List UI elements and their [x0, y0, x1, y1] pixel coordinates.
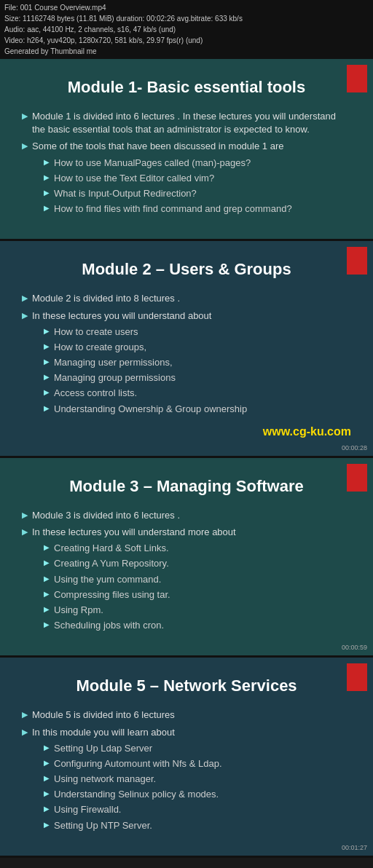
sub-bullet-text: Access control lists. [54, 387, 137, 400]
module-section-module1: Module 1- Basic essential tools▶Module 1… [0, 59, 373, 241]
sub-bullet-item: ▶How to find files with find command and… [44, 202, 292, 216]
info-line5: Generated by Thumbnail me [4, 46, 369, 57]
sub-bullet-arrow-icon: ▶ [44, 387, 50, 398]
bullet-arrow-icon: ▶ [22, 111, 28, 122]
sub-bullet-item: ▶Setting Up Ldap Server [44, 742, 222, 755]
bullet-item: ▶Module 5 is divided into 6 lectures [22, 709, 351, 722]
sub-bullet-text: How to create groups, [54, 341, 146, 354]
sub-bullet-text: Using the yum command. [54, 573, 161, 586]
sub-bullet-arrow-icon: ▶ [44, 372, 50, 382]
module-section-module5: 00:01:27Module 5 – Network Services▶Modu… [0, 658, 373, 858]
sub-bullet-arrow-icon: ▶ [44, 589, 50, 599]
bullet-item: ▶Module 1 is divided into 6 lectures . I… [22, 110, 351, 136]
sub-bullet-arrow-icon: ▶ [44, 403, 50, 414]
bullet-arrow-icon: ▶ [22, 727, 28, 738]
bullet-arrow-icon: ▶ [22, 510, 28, 521]
sub-bullet-item: ▶Configuring Automount with Nfs & Ldap. [44, 757, 222, 770]
timestamp-module5: 00:01:27 [342, 844, 367, 851]
sub-bullet-text: Setting Up NTP Server. [54, 819, 152, 832]
sub-bullet-item: ▶What is Input-Output Redirection? [44, 187, 292, 200]
bullet-item: ▶Some of the tools that have been discus… [22, 140, 351, 218]
sub-bullet-arrow-icon: ▶ [44, 188, 50, 198]
red-bookmark-module5 [347, 663, 367, 691]
sub-bullet-arrow-icon: ▶ [44, 357, 50, 367]
sub-bullet-text: Using Firewalld. [54, 803, 121, 816]
sub-bullet-arrow-icon: ▶ [44, 542, 50, 553]
bullet-item: ▶In this module you will learn about▶Set… [22, 726, 351, 835]
module-title-module3: Module 3 – Managing Software [22, 477, 351, 496]
sub-bullet-arrow-icon: ▶ [44, 558, 50, 568]
sub-bullet-arrow-icon: ▶ [44, 820, 50, 830]
timestamp-module3: 00:00:59 [342, 644, 367, 651]
sub-bullet-text: Using network manager. [54, 773, 156, 786]
sub-bullet-arrow-icon: ▶ [44, 758, 50, 768]
sub-bullet-text: Using Rpm. [54, 604, 103, 617]
sub-bullet-text: How to create users [54, 326, 138, 339]
sub-bullet-list: ▶Setting Up Ldap Server▶Configuring Auto… [44, 742, 222, 832]
sub-bullet-text: How to find files with find command and … [54, 202, 292, 216]
sub-bullet-item: ▶Creating Hard & Soft Links. [44, 542, 236, 555]
sub-bullet-arrow-icon: ▶ [44, 773, 50, 784]
bullet-list-module5: ▶Module 5 is divided into 6 lectures▶In … [22, 709, 351, 835]
timestamp-module2: 00:00:28 [342, 444, 367, 451]
module-title-module2: Module 2 – Users & Groups [22, 260, 351, 279]
sub-bullet-item: ▶Using Firewalld. [44, 803, 222, 816]
sub-bullet-item: ▶How to use the Text Editor called vim? [44, 172, 292, 185]
bullet-item: ▶Module 3 is divided into 6 lectures . [22, 509, 351, 522]
sub-bullet-arrow-icon: ▶ [44, 604, 50, 615]
sub-bullet-arrow-icon: ▶ [44, 804, 50, 814]
sub-bullet-arrow-icon: ▶ [44, 326, 50, 336]
sub-bullet-item: ▶How to create users [44, 326, 247, 339]
bullet-list-module1: ▶Module 1 is divided into 6 lectures . I… [22, 110, 351, 218]
sub-bullet-item: ▶Using Rpm. [44, 604, 236, 617]
sub-bullet-list: ▶Creating Hard & Soft Links.▶Creating A … [44, 542, 236, 632]
sub-bullet-item: ▶How to use ManualPages called (man)-pag… [44, 157, 292, 170]
bullet-list-module2: ▶Module 2 is divided into 8 lectures .▶I… [22, 292, 351, 418]
bullet-item: ▶In these lectures you will understand m… [22, 526, 351, 634]
module-title-module5: Module 5 – Network Services [22, 676, 351, 695]
sub-bullet-text: Creating A Yum Repository. [54, 557, 169, 570]
red-bookmark-module3 [347, 464, 367, 492]
sub-bullet-list: ▶How to use ManualPages called (man)-pag… [44, 157, 292, 216]
sub-bullet-arrow-icon: ▶ [44, 620, 50, 630]
sub-bullet-text: Understanding Ownership & Group ownershi… [54, 403, 247, 416]
red-bookmark-module2 [347, 247, 367, 275]
sub-bullet-arrow-icon: ▶ [44, 789, 50, 799]
sub-bullet-item: ▶Compressing files using tar. [44, 588, 236, 601]
sub-bullet-text: Configuring Automount with Nfs & Ldap. [54, 757, 222, 770]
sub-bullet-text: How to use the Text Editor called vim? [54, 172, 214, 185]
sub-bullet-arrow-icon: ▶ [44, 342, 50, 352]
info-line1: File: 001 Course Overview.mp4 [4, 2, 369, 13]
sub-bullet-item: ▶Understanding Ownership & Group ownersh… [44, 403, 247, 416]
sub-bullet-item: ▶Using the yum command. [44, 573, 236, 586]
sub-bullet-text: Understanding Selinux policy & modes. [54, 788, 219, 801]
info-line3: Audio: aac, 44100 Hz, 2 channels, s16, 4… [4, 24, 369, 35]
sub-bullet-item: ▶Access control lists. [44, 387, 247, 400]
info-bar: File: 001 Course Overview.mp4 Size: 1116… [0, 0, 373, 59]
sub-bullet-item: ▶Managing group permissions [44, 371, 247, 384]
bullet-arrow-icon: ▶ [22, 141, 28, 151]
bullet-arrow-icon: ▶ [22, 709, 28, 720]
sub-bullet-arrow-icon: ▶ [44, 203, 50, 213]
sub-bullet-list: ▶How to create users▶How to create group… [44, 326, 247, 416]
bullet-arrow-icon: ▶ [22, 293, 28, 304]
module-section-module2: 00:00:28Module 2 – Users & Groups▶Module… [0, 241, 373, 458]
module-title-module1: Module 1- Basic essential tools [22, 78, 351, 97]
sub-bullet-item: ▶Understanding Selinux policy & modes. [44, 788, 222, 801]
sub-bullet-arrow-icon: ▶ [44, 574, 50, 584]
red-bookmark-module1 [347, 65, 367, 92]
bullet-list-module3: ▶Module 3 is divided into 6 lectures .▶I… [22, 509, 351, 635]
bullet-arrow-icon: ▶ [22, 526, 28, 537]
bullet-item: ▶In these lectures you will understand a… [22, 309, 351, 418]
sub-bullet-text: Scheduling jobs with cron. [54, 619, 164, 632]
bullet-item: ▶Module 2 is divided into 8 lectures . [22, 292, 351, 305]
sub-bullet-item: ▶How to create groups, [44, 341, 247, 354]
bullet-arrow-icon: ▶ [22, 310, 28, 321]
sub-bullet-text: Managing group permissions [54, 371, 176, 384]
sub-bullet-item: ▶Creating A Yum Repository. [44, 557, 236, 570]
watermark-module2: www.cg-ku.com [22, 425, 351, 438]
sub-bullet-item: ▶Scheduling jobs with cron. [44, 619, 236, 632]
info-line4: Video: h264, yuv420p, 1280x720, 581 kb/s… [4, 35, 369, 46]
sub-bullet-arrow-icon: ▶ [44, 743, 50, 753]
sub-bullet-item: ▶Using network manager. [44, 773, 222, 786]
